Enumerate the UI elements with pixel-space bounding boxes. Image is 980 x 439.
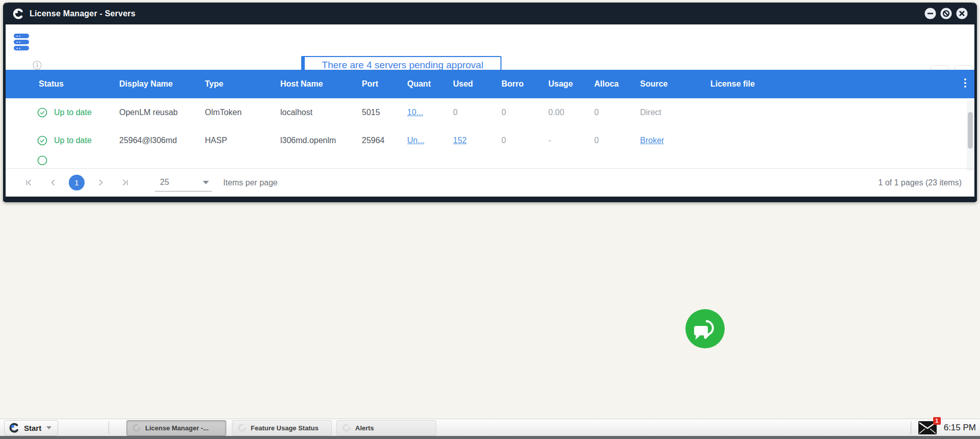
column-header-display-name[interactable]: Display Name xyxy=(114,79,200,89)
cell-port: 25964 xyxy=(357,136,402,145)
taskbar-item-label: License Manager -... xyxy=(145,424,208,432)
openlm-logo-icon xyxy=(12,8,24,20)
pending-approval-text: There are 4 servers pending approval xyxy=(322,60,484,71)
status-ok-icon xyxy=(37,155,47,166)
titlebar[interactable]: License Manager - Servers xyxy=(5,3,975,24)
close-icon[interactable] xyxy=(956,8,968,19)
info-icon[interactable] xyxy=(33,61,42,70)
column-header-license-file[interactable]: License file xyxy=(705,79,974,89)
taskbar-item-label: Feature Usage Status xyxy=(251,424,319,432)
start-label: Start xyxy=(24,424,41,432)
cell-display-name: 25964@l306md xyxy=(114,136,200,145)
table-row[interactable] xyxy=(6,155,974,166)
column-header-used[interactable]: Used xyxy=(448,79,496,89)
taskbar-divider xyxy=(109,421,109,434)
app-logo-icon xyxy=(237,423,247,432)
taskbar: Start License Manager -... Feature Usage… xyxy=(0,419,980,439)
cell-host-name: l306md.openlm xyxy=(275,136,357,145)
column-header-type[interactable]: Type xyxy=(200,79,275,89)
status-ok-icon xyxy=(37,107,47,118)
items-per-page-value: 25 xyxy=(160,178,169,187)
table-row[interactable]: Up to date 25964@l306md HASP l306md.open… xyxy=(6,126,974,154)
source-link[interactable]: Broker xyxy=(640,136,664,145)
minimize-icon[interactable] xyxy=(924,8,936,19)
taskbar-item-alerts[interactable]: Alerts xyxy=(336,420,436,436)
status-text: Up to date xyxy=(54,108,92,117)
cell-usage: - xyxy=(543,136,589,145)
taskbar-item-label: Alerts xyxy=(355,424,374,432)
cell-usage: 0.00 xyxy=(543,108,589,117)
next-page-button[interactable] xyxy=(92,174,109,191)
tray-divider xyxy=(911,421,911,434)
cell-display-name: OpenLM reusab xyxy=(114,108,200,117)
mail-badge: 1 xyxy=(933,417,941,425)
cell-host-name: localhost xyxy=(275,108,357,117)
window-title: License Manager - Servers xyxy=(30,9,136,18)
column-header-quantity[interactable]: Quant xyxy=(402,79,448,89)
cell-allocated: 0 xyxy=(589,108,635,117)
taskbar-clock: 6:15 PM xyxy=(944,423,976,433)
taskbar-item-license-manager[interactable]: License Manager -... xyxy=(126,420,226,436)
cell-port: 5015 xyxy=(357,108,402,117)
toolbar: There are 4 servers pending approval xyxy=(6,24,974,70)
system-tray: 1 6:15 PM xyxy=(911,419,976,436)
last-page-button[interactable] xyxy=(116,174,134,191)
mail-tray-button[interactable]: 1 xyxy=(918,421,937,434)
used-link[interactable]: 152 xyxy=(453,136,467,145)
app-logo-icon xyxy=(132,423,141,432)
table-header: Status Display Name Type Host Name Port … xyxy=(6,70,974,98)
chevron-down-icon xyxy=(203,181,209,184)
start-logo-icon xyxy=(9,422,20,433)
license-manager-window: License Manager - Servers xyxy=(3,3,977,202)
cell-allocated: 0 xyxy=(589,136,635,145)
status-ok-icon xyxy=(37,135,47,146)
pagination-bar: 1 25 Items per page 1 of 1 pages (23 ite… xyxy=(6,168,974,197)
column-header-status[interactable]: Status xyxy=(6,79,114,89)
items-per-page-select[interactable]: 25 xyxy=(155,174,212,191)
cell-used: 0 xyxy=(448,108,496,117)
cell-borrowed: 0 xyxy=(496,108,543,117)
table-row[interactable]: Up to date OpenLM reusab OlmToken localh… xyxy=(6,98,974,126)
page-summary: 1 of 1 pages (23 items) xyxy=(878,178,962,187)
app-logo-icon xyxy=(342,423,351,432)
column-header-host-name[interactable]: Host Name xyxy=(275,79,357,89)
taskbar-item-feature-usage-status[interactable]: Feature Usage Status xyxy=(232,420,332,436)
column-header-usage[interactable]: Usage xyxy=(543,79,589,89)
quantity-link[interactable]: Un... xyxy=(407,136,425,145)
first-page-button[interactable] xyxy=(20,174,37,191)
page-number-button[interactable]: 1 xyxy=(69,175,85,190)
cell-type: OlmToken xyxy=(200,108,275,117)
cell-borrowed: 0 xyxy=(496,136,543,145)
chevron-down-icon xyxy=(46,426,51,429)
previous-page-button[interactable] xyxy=(44,174,62,191)
servers-stack-icon[interactable] xyxy=(14,34,30,52)
chat-widget-button[interactable] xyxy=(685,309,725,348)
column-header-port[interactable]: Port xyxy=(357,79,402,89)
cell-type: HASP xyxy=(200,136,275,145)
column-header-borrowed[interactable]: Borro xyxy=(496,79,543,89)
maximize-icon[interactable] xyxy=(940,8,952,19)
status-text: Up to date xyxy=(54,136,92,145)
column-header-source[interactable]: Source xyxy=(635,79,705,89)
start-button[interactable]: Start xyxy=(4,420,58,436)
column-header-allocated[interactable]: Alloca xyxy=(589,79,635,89)
items-per-page-label: Items per page xyxy=(223,178,278,187)
quantity-link[interactable]: 10... xyxy=(407,108,423,117)
cell-source: Direct xyxy=(635,108,705,117)
column-menu-icon[interactable] xyxy=(961,77,969,89)
table-body: Up to date OpenLM reusab OlmToken localh… xyxy=(6,98,974,168)
scrollbar-thumb[interactable] xyxy=(968,112,973,149)
